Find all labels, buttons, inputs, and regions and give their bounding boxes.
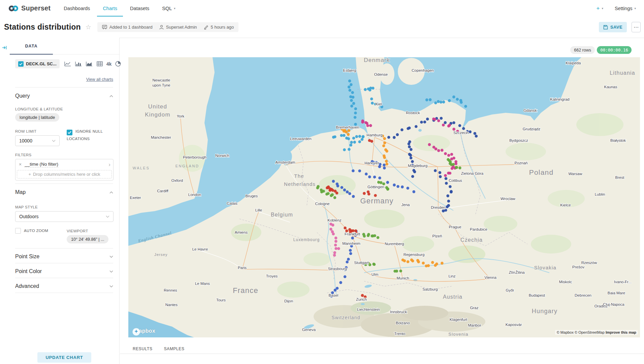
scatter-point[interactable] bbox=[408, 127, 411, 130]
scatter-point[interactable] bbox=[363, 192, 366, 195]
scatter-point[interactable] bbox=[368, 175, 371, 178]
scatter-point[interactable] bbox=[373, 263, 376, 266]
scatter-point[interactable] bbox=[351, 91, 354, 94]
scatter-point[interactable] bbox=[361, 135, 364, 138]
scatter-point[interactable] bbox=[410, 148, 413, 151]
scatter-point[interactable] bbox=[370, 140, 373, 143]
scatter-point[interactable] bbox=[334, 289, 337, 292]
scatter-point[interactable] bbox=[442, 209, 445, 212]
scatter-point[interactable] bbox=[350, 99, 353, 102]
scatter-point[interactable] bbox=[455, 166, 458, 169]
scatter-point[interactable] bbox=[348, 192, 351, 195]
scatter-point[interactable] bbox=[346, 261, 349, 264]
scatter-point[interactable] bbox=[371, 102, 374, 105]
pie-chart-icon[interactable] bbox=[115, 61, 121, 67]
scatter-point[interactable] bbox=[433, 118, 437, 121]
scatter-point[interactable] bbox=[410, 157, 413, 160]
scatter-point[interactable] bbox=[363, 235, 366, 238]
scatter-point[interactable] bbox=[451, 167, 454, 170]
scatter-point[interactable] bbox=[442, 124, 445, 127]
dashboard-count-badge[interactable]: Added to 1 dashboard bbox=[102, 25, 153, 30]
scatter-point[interactable] bbox=[348, 148, 351, 151]
scatter-point[interactable] bbox=[452, 121, 455, 124]
update-chart-button[interactable]: UPDATE CHART bbox=[37, 352, 91, 363]
scatter-point[interactable] bbox=[385, 160, 388, 163]
scatter-point[interactable] bbox=[333, 254, 336, 257]
scatter-point[interactable] bbox=[449, 185, 452, 188]
scatter-point[interactable] bbox=[317, 185, 320, 188]
scatter-point[interactable] bbox=[347, 258, 350, 261]
scatter-point[interactable] bbox=[354, 116, 357, 119]
scatter-point[interactable] bbox=[393, 184, 396, 187]
scatter-point[interactable] bbox=[423, 121, 426, 124]
scatter-point[interactable] bbox=[403, 259, 406, 262]
improve-map-link[interactable]: Improve this map bbox=[606, 330, 636, 334]
scatter-point[interactable] bbox=[445, 182, 448, 185]
scatter-point[interactable] bbox=[445, 177, 448, 180]
scatter-point[interactable] bbox=[343, 148, 346, 151]
scatter-point[interactable] bbox=[350, 105, 353, 108]
last-modified-badge[interactable]: 5 hours ago bbox=[204, 25, 234, 30]
section-point-color[interactable]: Point Color bbox=[15, 265, 113, 277]
scatter-point[interactable] bbox=[460, 101, 463, 104]
scatter-point[interactable] bbox=[334, 236, 337, 239]
scatter-point[interactable] bbox=[370, 98, 373, 101]
scatter-point[interactable] bbox=[367, 234, 370, 237]
scatter-point[interactable] bbox=[335, 192, 339, 195]
scatter-point[interactable] bbox=[361, 120, 364, 123]
scatter-point[interactable] bbox=[446, 194, 449, 197]
scatter-point[interactable] bbox=[407, 260, 410, 263]
scatter-point[interactable] bbox=[399, 270, 402, 273]
scatter-point[interactable] bbox=[327, 192, 330, 195]
scatter-point[interactable] bbox=[361, 138, 364, 141]
deckgl-scatter-map[interactable]: DenmarkLithuaniaUnitedKingdomPolandTheNe… bbox=[128, 57, 640, 337]
section-query[interactable]: Query bbox=[15, 91, 113, 101]
section-map[interactable]: Map bbox=[15, 187, 113, 197]
scatter-point[interactable] bbox=[401, 186, 404, 189]
scatter-point[interactable] bbox=[331, 193, 334, 196]
save-button[interactable]: SAVE bbox=[599, 22, 627, 32]
superset-logo[interactable]: Superset bbox=[8, 0, 51, 16]
scatter-point[interactable] bbox=[431, 261, 434, 264]
scatter-point[interactable] bbox=[408, 145, 411, 148]
scatter-point[interactable] bbox=[385, 150, 388, 153]
scatter-point[interactable] bbox=[349, 144, 352, 147]
scatter-point[interactable] bbox=[452, 128, 455, 131]
scatter-point[interactable] bbox=[348, 86, 351, 89]
scatter-point[interactable] bbox=[411, 160, 414, 163]
scatter-point[interactable] bbox=[447, 200, 450, 203]
scatter-point[interactable] bbox=[452, 96, 455, 99]
scatter-point[interactable] bbox=[447, 172, 450, 175]
more-options-button[interactable]: ⋯ bbox=[632, 22, 641, 32]
scatter-point[interactable] bbox=[454, 162, 457, 165]
scatter-point[interactable] bbox=[352, 137, 355, 140]
scatter-point[interactable] bbox=[439, 171, 442, 174]
scatter-point[interactable] bbox=[462, 127, 465, 130]
scatter-point[interactable] bbox=[411, 175, 414, 178]
line-chart-icon[interactable] bbox=[64, 61, 71, 66]
scatter-point[interactable] bbox=[347, 137, 350, 140]
scatter-point[interactable] bbox=[351, 237, 354, 240]
scatter-point[interactable] bbox=[378, 165, 381, 168]
lonlat-chip[interactable]: longitude | latitude bbox=[15, 113, 59, 122]
scatter-point[interactable] bbox=[373, 234, 376, 237]
scatter-point[interactable] bbox=[349, 249, 352, 252]
tab-results[interactable]: RESULTS bbox=[133, 346, 153, 351]
scatter-point[interactable] bbox=[469, 130, 472, 133]
scatter-point[interactable] bbox=[333, 135, 336, 138]
scatter-point[interactable] bbox=[352, 102, 355, 105]
scatter-point[interactable] bbox=[322, 190, 325, 193]
scatter-point[interactable] bbox=[354, 111, 357, 114]
area-chart-icon[interactable] bbox=[86, 61, 93, 66]
scatter-point[interactable] bbox=[340, 134, 343, 137]
scatter-point[interactable] bbox=[365, 172, 368, 175]
tab-data[interactable]: DATA bbox=[10, 38, 53, 54]
scatter-point[interactable] bbox=[383, 164, 386, 167]
copyright-links[interactable]: © Mapbox © OpenStreetMap bbox=[557, 330, 605, 334]
nav-item-sql[interactable]: SQL▾ bbox=[156, 0, 181, 16]
bar-chart-icon[interactable] bbox=[75, 61, 82, 66]
ignore-null-checkbox[interactable] bbox=[67, 130, 72, 135]
scatter-point[interactable] bbox=[333, 196, 336, 199]
scatter-point[interactable] bbox=[425, 98, 428, 101]
scatter-point[interactable] bbox=[377, 236, 380, 239]
